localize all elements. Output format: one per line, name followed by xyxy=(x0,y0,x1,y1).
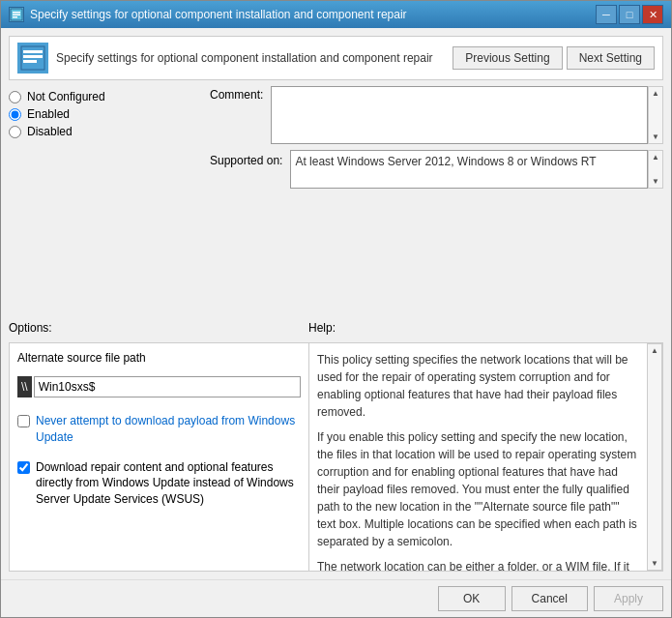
help-para3: The network location can be either a fol… xyxy=(317,558,639,571)
next-setting-button[interactable]: Next Setting xyxy=(567,46,655,70)
svg-rect-5 xyxy=(23,50,43,53)
radio-disabled[interactable]: Disabled xyxy=(9,125,202,138)
comment-label: Comment: xyxy=(210,86,263,102)
help-header: Help: xyxy=(308,319,663,337)
radio-enabled-label: Enabled xyxy=(27,107,70,121)
radio-disabled-label: Disabled xyxy=(27,125,73,138)
radio-enabled-input[interactable] xyxy=(9,108,21,121)
help-para1: This policy setting specifies the networ… xyxy=(317,351,639,421)
comment-textarea[interactable] xyxy=(271,86,648,144)
help-para2: If you enable this policy setting and sp… xyxy=(317,428,639,550)
help-scrollbar[interactable]: ▲ ▼ xyxy=(647,343,662,571)
main-window: Specify settings for optional component … xyxy=(0,0,672,618)
checkbox1-item: Never attempt to download payload from W… xyxy=(17,413,301,446)
svg-rect-2 xyxy=(13,15,20,16)
right-panel: Comment: ▲ ▼ Supported on: At least Wind… xyxy=(210,86,663,313)
help-panel: This policy setting specifies the networ… xyxy=(309,343,647,571)
scroll-down-arrow[interactable]: ▼ xyxy=(652,132,659,141)
radio-not-configured[interactable]: Not Configured xyxy=(9,90,202,103)
title-bar-text: Specify settings for optional component … xyxy=(30,8,590,21)
svg-rect-3 xyxy=(13,16,17,18)
panel-headers: Options: Help: xyxy=(9,319,663,337)
close-button[interactable]: ✕ xyxy=(642,5,663,24)
radio-not-configured-input[interactable] xyxy=(9,91,21,103)
radio-enabled[interactable]: Enabled xyxy=(9,107,202,121)
title-bar-buttons: ─ □ ✕ xyxy=(596,5,663,24)
ok-button[interactable]: OK xyxy=(438,586,506,611)
svg-rect-6 xyxy=(23,55,43,58)
radio-disabled-input[interactable] xyxy=(9,126,21,138)
prev-setting-button[interactable]: Previous Setting xyxy=(453,46,562,70)
header-icon xyxy=(17,43,48,74)
cancel-button[interactable]: Cancel xyxy=(511,586,588,611)
radio-not-configured-label: Not Configured xyxy=(27,90,105,103)
supported-section: Supported on: At least Windows Server 20… xyxy=(210,150,663,189)
help-scroll-down[interactable]: ▼ xyxy=(651,559,658,568)
help-label: Help: xyxy=(308,321,336,335)
window-icon xyxy=(9,7,24,22)
minimize-button[interactable]: ─ xyxy=(596,5,617,24)
supported-scroll-down[interactable]: ▼ xyxy=(652,177,659,186)
supported-value: At least Windows Server 2012, Windows 8 … xyxy=(290,150,648,189)
checkbox2-input[interactable] xyxy=(17,461,30,474)
checkbox1-label: Never attempt to download payload from W… xyxy=(36,413,301,446)
header-section: Specify settings for optional component … xyxy=(9,36,663,80)
apply-button[interactable]: Apply xyxy=(594,586,663,611)
help-scroll-up[interactable]: ▲ xyxy=(651,346,658,355)
options-label: Options: xyxy=(9,321,52,335)
comment-section: Comment: ▲ ▼ xyxy=(210,86,663,144)
radio-group: Not Configured Enabled Disabled xyxy=(9,86,202,142)
maximize-button[interactable]: □ xyxy=(619,5,640,24)
svg-rect-1 xyxy=(13,12,20,14)
options-header: Options: xyxy=(9,319,308,337)
title-bar: Specify settings for optional component … xyxy=(1,1,671,28)
options-panel: Alternate source file path \\ Never atte… xyxy=(10,343,309,571)
content-area: Specify settings for optional component … xyxy=(1,28,671,579)
footer: OK Cancel Apply xyxy=(1,579,671,617)
alt-source-label: Alternate source file path xyxy=(17,351,301,365)
main-section: Not Configured Enabled Disabled Comm xyxy=(9,86,663,313)
svg-rect-7 xyxy=(23,60,37,63)
supported-label: Supported on: xyxy=(210,150,282,167)
supported-scroll-up[interactable]: ▲ xyxy=(652,153,659,162)
header-title: Specify settings for optional component … xyxy=(56,51,445,65)
header-buttons: Previous Setting Next Setting xyxy=(453,46,655,70)
bottom-panels: Alternate source file path \\ Never atte… xyxy=(9,342,663,572)
file-path-row: \\ xyxy=(17,376,301,397)
path-input[interactable] xyxy=(34,376,301,397)
supported-scrollbar[interactable]: ▲ ▼ xyxy=(648,150,663,189)
checkbox2-item: Download repair content and optional fea… xyxy=(17,459,301,508)
checkbox2-label: Download repair content and optional fea… xyxy=(36,459,301,508)
path-prefix: \\ xyxy=(17,376,32,397)
left-panel: Not Configured Enabled Disabled xyxy=(9,86,202,313)
comment-scrollbar[interactable]: ▲ ▼ xyxy=(648,86,663,144)
scroll-up-arrow[interactable]: ▲ xyxy=(652,89,659,98)
checkbox1-input[interactable] xyxy=(17,415,30,427)
